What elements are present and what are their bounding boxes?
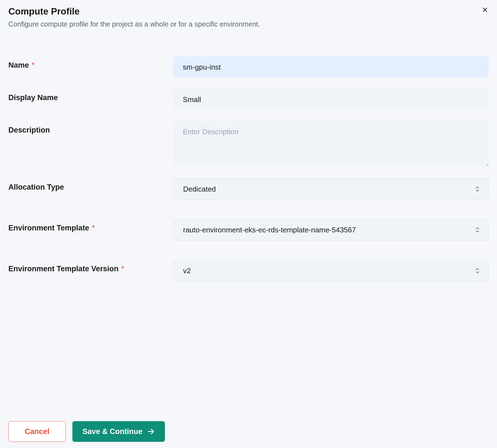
required-star: *	[121, 265, 124, 273]
description-textarea[interactable]	[173, 121, 489, 166]
name-input[interactable]	[173, 56, 489, 78]
environment-template-select[interactable]: rauto-environment-eks-ec-rds-template-na…	[173, 219, 489, 240]
environment-template-value: rauto-environment-eks-ec-rds-template-na…	[183, 226, 356, 234]
footer: Cancel Save & Continue	[0, 415, 497, 448]
allocation-type-value: Dedicated	[183, 185, 216, 194]
description-label: Description	[8, 121, 173, 135]
allocation-type-label-text: Allocation Type	[8, 183, 64, 191]
display-name-label: Display Name	[8, 89, 173, 102]
environment-template-label: Environment Template *	[8, 219, 173, 232]
form-row-environment-template: Environment Template * rauto-environment…	[8, 219, 489, 240]
name-label-text: Name	[8, 61, 29, 69]
description-label-text: Description	[8, 126, 50, 134]
save-continue-button-label: Save & Continue	[82, 427, 143, 436]
arrow-right-icon	[147, 428, 155, 435]
form-row-environment-template-version: Environment Template Version * v2	[8, 260, 489, 281]
environment-template-version-select[interactable]: v2	[173, 260, 489, 281]
form-row-description: Description	[8, 121, 489, 167]
cancel-button-label: Cancel	[25, 427, 49, 436]
chevron-updown-icon	[475, 185, 480, 193]
close-button[interactable]	[481, 6, 489, 13]
page-header: Compute Profile Configure compute profil…	[0, 0, 497, 40]
allocation-type-label: Allocation Type	[8, 178, 173, 192]
environment-template-label-text: Environment Template	[8, 224, 89, 232]
close-icon	[482, 7, 488, 13]
display-name-input[interactable]	[173, 89, 489, 110]
chevron-updown-icon	[475, 267, 480, 274]
required-star: *	[32, 61, 35, 69]
required-star: *	[92, 224, 95, 232]
chevron-updown-icon	[475, 226, 480, 234]
page-subtitle: Configure compute profile for the projec…	[8, 20, 489, 28]
cancel-button[interactable]: Cancel	[8, 421, 66, 442]
save-continue-button[interactable]: Save & Continue	[72, 421, 165, 442]
form-body: Name * Display Name Description Allocati…	[0, 40, 497, 301]
environment-template-version-value: v2	[183, 267, 191, 275]
allocation-type-select[interactable]: Dedicated	[173, 178, 489, 200]
form-row-display-name: Display Name	[8, 89, 489, 110]
form-row-name: Name *	[8, 56, 489, 78]
name-label: Name *	[8, 56, 173, 70]
page-title: Compute Profile	[8, 6, 489, 17]
display-name-label-text: Display Name	[8, 93, 58, 102]
environment-template-version-label-text: Environment Template Version	[8, 265, 119, 273]
environment-template-version-label: Environment Template Version *	[8, 260, 173, 273]
form-row-allocation-type: Allocation Type Dedicated	[8, 178, 489, 200]
